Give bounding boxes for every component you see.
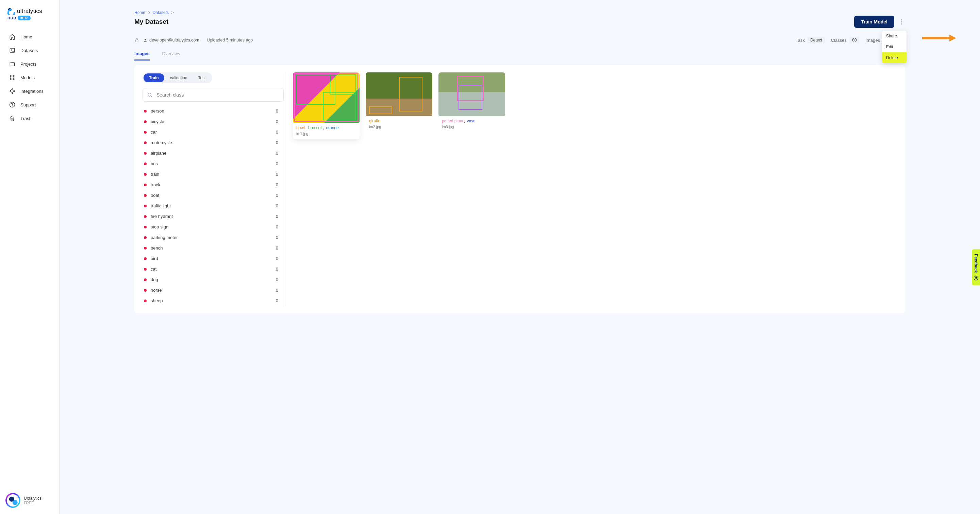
context-delete[interactable]: Delete — [882, 52, 907, 63]
class-row[interactable]: parking meter0 — [143, 232, 280, 243]
image-card[interactable]: potted plant, vaseim3.jpg — [439, 72, 505, 132]
class-dot — [144, 131, 146, 133]
image-tag: , — [323, 125, 326, 130]
class-list[interactable]: person0bicycle0car0motorcycle0airplane0b… — [143, 106, 284, 306]
split-tab-validation[interactable]: Validation — [164, 73, 193, 82]
sidebar-item-trash[interactable]: Trash — [6, 111, 53, 125]
tab-overview[interactable]: Overview — [162, 51, 180, 60]
class-dot — [144, 215, 146, 218]
search-icon — [147, 92, 153, 98]
class-row[interactable]: motorcycle0 — [143, 137, 280, 148]
class-row[interactable]: dog0 — [143, 274, 280, 285]
class-row[interactable]: car0 — [143, 127, 280, 137]
class-count: 0 — [276, 298, 278, 303]
train-model-button[interactable]: Train Model — [854, 16, 894, 28]
split-tab-train[interactable]: Train — [143, 73, 164, 82]
svg-point-11 — [145, 39, 146, 40]
class-dot — [144, 236, 146, 239]
image-tag: , — [464, 119, 466, 124]
class-row[interactable]: airplane0 — [143, 148, 280, 159]
class-dot — [144, 257, 146, 260]
class-name: dog — [151, 277, 158, 282]
svg-point-2 — [10, 76, 11, 76]
nav-label: Projects — [21, 62, 37, 67]
class-row[interactable]: sheep0 — [143, 295, 280, 306]
class-row[interactable]: bus0 — [143, 159, 280, 169]
brand-beta-badge: BETA — [18, 16, 30, 21]
user-avatar-ring — [5, 493, 21, 508]
class-name: bird — [151, 256, 158, 261]
class-count: 0 — [276, 140, 278, 145]
class-row[interactable]: boat0 — [143, 190, 280, 201]
projects-icon — [9, 60, 16, 67]
nav-label: Integrations — [21, 89, 43, 94]
class-row[interactable]: stop sign0 — [143, 222, 280, 232]
class-name: train — [151, 172, 159, 177]
class-dot — [144, 141, 146, 144]
breadcrumb-home[interactable]: Home — [134, 10, 145, 15]
breadcrumb: Home > Datasets > — [134, 10, 905, 15]
page-title: My Dataset — [134, 18, 169, 25]
svg-line-15 — [151, 96, 152, 97]
search-wrap — [143, 88, 284, 102]
feedback-label: Feedback — [974, 254, 978, 273]
image-grid: bowl, broccoli, orangeim1.jpggiraffeim2.… — [285, 72, 897, 306]
sidebar: ultralytics HUB BETA HomeDatasetsProject… — [0, 0, 59, 514]
image-card[interactable]: bowl, broccoli, orangeim1.jpg — [293, 72, 360, 139]
tab-images[interactable]: Images — [134, 51, 150, 60]
class-count: 0 — [276, 108, 278, 114]
nav-label: Home — [21, 34, 32, 40]
class-row[interactable]: fire hydrant0 — [143, 211, 280, 222]
class-count: 0 — [276, 203, 278, 208]
class-name: horse — [151, 287, 162, 293]
class-row[interactable]: bird0 — [143, 253, 280, 264]
brand-logo[interactable]: ultralytics HUB BETA — [0, 8, 59, 30]
class-dot — [144, 226, 146, 228]
breadcrumb-datasets[interactable]: Datasets — [153, 10, 169, 15]
class-dot — [144, 278, 146, 281]
context-share[interactable]: Share — [882, 30, 907, 41]
sidebar-item-models[interactable]: Models — [6, 71, 53, 84]
class-dot — [144, 184, 146, 186]
class-row[interactable]: cat0 — [143, 264, 280, 274]
class-count: 0 — [276, 224, 278, 230]
sidebar-item-home[interactable]: Home — [6, 30, 53, 43]
class-row[interactable]: bicycle0 — [143, 116, 280, 127]
sidebar-item-integrations[interactable]: Integrations — [6, 84, 53, 98]
class-name: traffic light — [151, 203, 171, 208]
search-input[interactable] — [143, 88, 284, 102]
sidebar-item-support[interactable]: Support — [6, 98, 53, 111]
image-tag: , — [305, 125, 308, 130]
meta-classes-value: 80 — [850, 37, 859, 43]
meta-task-value: Detect — [808, 37, 825, 43]
split-tab-test[interactable]: Test — [193, 73, 211, 82]
user-avatar — [7, 494, 19, 506]
class-count: 0 — [276, 130, 278, 135]
class-count: 0 — [276, 287, 278, 293]
class-row[interactable]: truck0 — [143, 179, 280, 190]
class-row[interactable]: person0 — [143, 106, 280, 116]
feedback-tab[interactable]: Feedback — [972, 249, 980, 285]
user-plan: FREE — [24, 501, 41, 505]
class-name: fire hydrant — [151, 214, 173, 219]
sidebar-item-projects[interactable]: Projects — [6, 57, 53, 71]
class-dot — [144, 194, 146, 197]
sidebar-user[interactable]: Ultralytics FREE — [0, 487, 59, 514]
image-card[interactable]: giraffeim2.jpg — [366, 72, 432, 132]
sidebar-item-datasets[interactable]: Datasets — [6, 43, 53, 57]
class-count: 0 — [276, 267, 278, 271]
breadcrumb-sep-1: > — [148, 10, 150, 15]
class-row[interactable]: bench0 — [143, 243, 280, 253]
main-content: Home > Datasets > My Dataset Train Model… — [59, 0, 980, 514]
image-tag: vase — [467, 119, 475, 124]
svg-point-16 — [974, 276, 978, 280]
more-button[interactable] — [897, 16, 905, 27]
context-edit[interactable]: Edit — [882, 41, 907, 52]
class-row[interactable]: horse0 — [143, 285, 280, 295]
class-row[interactable]: traffic light0 — [143, 201, 280, 211]
nav-label: Support — [21, 102, 36, 108]
image-tag: giraffe — [369, 119, 380, 124]
owner-chip[interactable]: developer@ultralytics.com — [143, 38, 199, 43]
class-row[interactable]: train0 — [143, 169, 280, 179]
class-name: boat — [151, 193, 159, 198]
